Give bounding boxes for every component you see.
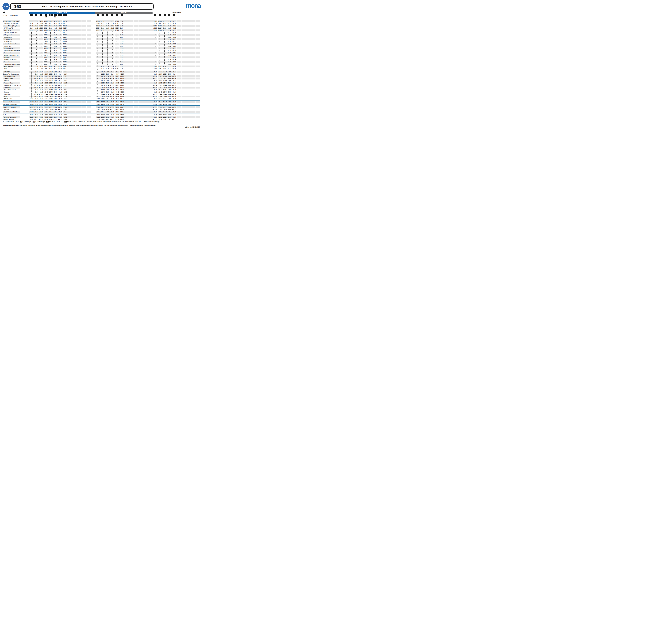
time-cell bbox=[82, 23, 86, 24]
time-cell bbox=[77, 34, 82, 36]
time-cell: 20.46 bbox=[153, 66, 157, 68]
alight-only-marker-icon: ◖ bbox=[172, 85, 173, 86]
time-cell: 01.03 bbox=[63, 25, 67, 27]
time-cell bbox=[186, 106, 191, 108]
alight-only-marker-icon: ◖ bbox=[153, 114, 153, 115]
time-cell bbox=[182, 45, 186, 47]
time-cell bbox=[177, 54, 181, 56]
time-cell bbox=[182, 82, 186, 84]
time-cell bbox=[177, 114, 181, 116]
alight-only-marker-icon: ◖ bbox=[49, 109, 49, 110]
stop-name: - Im Oberwies bbox=[3, 41, 20, 43]
alight-only-marker-icon: ◖ bbox=[168, 98, 168, 99]
alight-only-marker-icon: ◖ bbox=[63, 114, 64, 115]
alight-only-marker-icon: ◖ bbox=[110, 94, 111, 95]
time-cell bbox=[39, 59, 43, 61]
time-cell bbox=[100, 47, 105, 49]
time-cell bbox=[115, 63, 119, 65]
legend-text: = hält nur zum Aussteigen bbox=[144, 121, 160, 122]
alight-only-marker-icon: ◖ bbox=[158, 114, 158, 115]
alight-only-marker-icon: ◖ bbox=[115, 96, 115, 97]
alight-only-marker-icon: ◖ bbox=[49, 119, 49, 120]
time-cell bbox=[124, 52, 129, 54]
time-cell bbox=[72, 20, 77, 20]
time-cell bbox=[138, 41, 143, 43]
time-cell bbox=[157, 57, 162, 59]
time-cell: ◖01.12 bbox=[58, 118, 63, 120]
alight-only-marker-icon: ◖ bbox=[168, 96, 168, 97]
time-cell bbox=[134, 111, 138, 113]
time-cell bbox=[82, 116, 86, 118]
time-cell bbox=[143, 66, 148, 68]
time-cell bbox=[143, 25, 148, 27]
time-cell bbox=[48, 20, 53, 20]
time-cell: ◖21.36 bbox=[34, 78, 38, 80]
time-cell: ◖01.55 bbox=[119, 116, 124, 118]
time-cell bbox=[87, 118, 91, 120]
time-cell: ◖21.45 bbox=[157, 96, 162, 98]
alight-only-marker-icon: ◖ bbox=[39, 87, 40, 88]
time-cell bbox=[186, 23, 191, 24]
time-cell: ◖21.52 bbox=[157, 106, 162, 108]
time-cell: ◖23.33 bbox=[43, 71, 48, 73]
time-cell bbox=[191, 59, 196, 61]
time-cell bbox=[124, 29, 129, 31]
time-cell: ◖22.38 bbox=[39, 71, 43, 73]
time-cell bbox=[191, 45, 196, 47]
time-cell bbox=[82, 91, 86, 93]
time-cell bbox=[191, 41, 196, 43]
time-cell bbox=[29, 57, 34, 59]
time-cell: 21.31 bbox=[100, 68, 105, 70]
time-cell: ◖21.46 bbox=[100, 98, 105, 100]
time-cell: ◖23.35 bbox=[43, 75, 48, 77]
time-cell bbox=[134, 93, 138, 95]
time-cell bbox=[177, 101, 181, 103]
time-cell bbox=[110, 45, 114, 47]
time-cell: 22.18 bbox=[39, 25, 43, 27]
time-cell bbox=[177, 96, 181, 98]
time-cell bbox=[34, 34, 38, 36]
time-cell: ◖00.38 bbox=[58, 82, 63, 84]
time-cell: 23.31 bbox=[48, 66, 53, 68]
time-cell bbox=[143, 38, 148, 40]
time-cell bbox=[177, 52, 181, 54]
stop-row: - ZUM (Steig A3)20.3021.1522.2023.1523.1… bbox=[0, 27, 203, 29]
time-cell bbox=[68, 68, 72, 70]
time-cell: ◖21.50 bbox=[34, 103, 38, 105]
alight-only-marker-icon: ◖ bbox=[110, 96, 111, 97]
time-cell bbox=[177, 116, 181, 118]
time-cell bbox=[129, 93, 134, 95]
time-cell: ◖21.37 bbox=[34, 80, 38, 82]
time-cell bbox=[177, 87, 181, 89]
time-cell bbox=[177, 118, 181, 120]
stop-row: - Elisabeth-Selbert-Str.23.2100.2101.110… bbox=[0, 43, 203, 45]
alight-only-marker-icon: ◖ bbox=[168, 119, 168, 120]
alight-only-marker-icon: ◖ bbox=[29, 101, 30, 102]
time-cell: ◖21.05 bbox=[96, 103, 100, 105]
time-cell: ◖00.39 bbox=[58, 84, 63, 86]
time-cell: 22.18 bbox=[105, 25, 110, 27]
time-cell: 00.27 bbox=[172, 57, 177, 59]
alight-only-marker-icon: ◖ bbox=[163, 87, 163, 88]
time-cell: 23.10 bbox=[110, 20, 114, 22]
time-cell: ◖22.45 bbox=[105, 87, 110, 89]
alight-only-marker-icon: ◖ bbox=[101, 80, 101, 81]
trip-note-badge: nA bbox=[168, 14, 171, 16]
time-cell: ◖01.29 bbox=[63, 84, 67, 86]
alight-only-marker-icon: ◖ bbox=[101, 119, 101, 120]
time-cell bbox=[182, 98, 186, 100]
time-cell: ◖01.00 bbox=[115, 114, 119, 116]
time-cell bbox=[182, 25, 186, 27]
time-cell bbox=[157, 63, 162, 65]
time-cell bbox=[124, 75, 129, 77]
alight-only-marker-icon: ◖ bbox=[120, 76, 120, 77]
time-cell bbox=[68, 50, 72, 52]
time-cell: ◖01.42 bbox=[63, 106, 67, 108]
time-cell bbox=[129, 57, 134, 59]
time-cell: ◖21.43 bbox=[100, 91, 105, 93]
alight-only-marker-icon: ◖ bbox=[96, 104, 96, 105]
time-cell: 00.19 bbox=[53, 36, 58, 38]
time-cell: 01.11 bbox=[119, 43, 124, 45]
time-cell bbox=[196, 52, 200, 54]
time-cell: 00.28 bbox=[172, 59, 177, 61]
